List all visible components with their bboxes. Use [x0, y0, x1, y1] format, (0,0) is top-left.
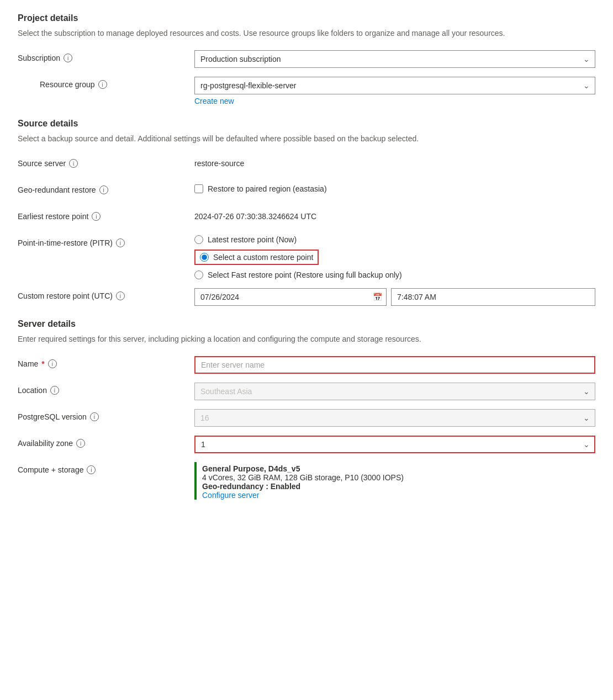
source-details-desc: Select a backup source and detail. Addit… — [18, 133, 595, 145]
pitr-info-icon[interactable]: i — [116, 238, 125, 247]
create-new-link[interactable]: Create new — [194, 97, 234, 105]
compute-title: General Purpose, D4ds_v5 — [202, 464, 404, 473]
source-details-section: Source details Select a backup source an… — [18, 119, 595, 306]
date-input-wrapper: 📅 — [194, 288, 387, 306]
availability-zone-dropdown[interactable]: 1 — [194, 436, 595, 453]
pitr-radio-fast[interactable] — [194, 271, 203, 279]
location-info-icon[interactable]: i — [50, 386, 59, 395]
earliest-restore-label: Earliest restore point i — [18, 209, 194, 221]
geo-redundant-checkbox[interactable] — [194, 184, 203, 193]
server-name-info-icon[interactable]: i — [48, 359, 57, 368]
custom-restore-row: Custom restore point (UTC) i 📅 — [18, 288, 595, 306]
server-name-input[interactable] — [194, 356, 595, 374]
compute-storage-info-icon[interactable]: i — [87, 465, 96, 474]
server-name-row: Name * i — [18, 356, 595, 374]
pitr-option-custom[interactable]: Select a custom restore point — [194, 250, 595, 265]
postgresql-version-row: PostgreSQL version i 16 ⌄ — [18, 409, 595, 427]
geo-redundant-checkbox-label: Restore to paired region (eastasia) — [208, 184, 327, 193]
project-details-section: Project details Select the subscription … — [18, 13, 595, 105]
availability-zone-dropdown-wrapper: 1 ⌄ — [194, 436, 595, 453]
server-details-title: Server details — [18, 319, 595, 329]
server-name-label: Name * i — [18, 356, 194, 368]
availability-zone-label: Availability zone i — [18, 436, 194, 448]
compute-storage-row: Compute + storage i General Purpose, D4d… — [18, 462, 595, 500]
resource-group-label: Resource group i — [18, 77, 194, 89]
location-row: Location i Southeast Asia ⌄ — [18, 383, 595, 400]
project-details-title: Project details — [18, 13, 595, 23]
pitr-label: Point-in-time-restore (PITR) i — [18, 235, 194, 247]
date-time-row: 📅 — [194, 288, 595, 306]
availability-zone-row: Availability zone i 1 ⌄ — [18, 436, 595, 453]
pitr-radio-group: Latest restore point (Now) Select a cust… — [194, 235, 595, 279]
compute-storage-label: Compute + storage i — [18, 462, 194, 474]
location-label: Location i — [18, 383, 194, 395]
subscription-info-icon[interactable]: i — [64, 54, 72, 62]
resource-group-info-icon[interactable]: i — [98, 80, 107, 89]
subscription-label: Subscription i — [18, 50, 194, 62]
project-details-desc: Select the subscription to manage deploy… — [18, 28, 595, 39]
pitr-radio-latest[interactable] — [194, 235, 203, 244]
subscription-row: Subscription i Production subscription ⌄ — [18, 50, 595, 68]
source-server-label: Source server i — [18, 156, 194, 168]
time-input[interactable] — [391, 288, 595, 306]
geo-redundant-info-icon[interactable]: i — [99, 185, 108, 194]
source-server-value: restore-source — [194, 156, 595, 168]
configure-server-link[interactable]: Configure server — [202, 491, 260, 500]
pitr-radio-custom[interactable] — [200, 253, 209, 262]
postgresql-version-dropdown[interactable]: 16 — [194, 409, 595, 427]
custom-restore-label: Custom restore point (UTC) i — [18, 288, 194, 300]
geo-redundant-label: Geo-redundant restore i — [18, 182, 194, 194]
availability-zone-info-icon[interactable]: i — [76, 439, 85, 448]
geo-redundant-row: Geo-redundant restore i Restore to paire… — [18, 182, 595, 200]
server-details-section: Server details Enter required settings f… — [18, 319, 595, 500]
location-dropdown-wrapper: Southeast Asia ⌄ — [194, 383, 595, 400]
location-dropdown[interactable]: Southeast Asia — [194, 383, 595, 400]
subscription-dropdown[interactable]: Production subscription — [194, 50, 595, 68]
postgresql-version-info-icon[interactable]: i — [90, 412, 99, 421]
pitr-option-fast[interactable]: Select Fast restore point (Restore using… — [194, 271, 595, 279]
pitr-custom-selected-box: Select a custom restore point — [194, 250, 319, 265]
custom-restore-info-icon[interactable]: i — [116, 291, 125, 300]
geo-redundant-control: Restore to paired region (eastasia) — [194, 182, 595, 193]
compute-detail: 4 vCores, 32 GiB RAM, 128 GiB storage, P… — [202, 473, 404, 482]
custom-restore-control: 📅 — [194, 288, 595, 306]
pitr-label-latest: Latest restore point (Now) — [208, 235, 297, 244]
date-input[interactable] — [194, 288, 387, 306]
subscription-dropdown-wrapper: Production subscription ⌄ — [194, 50, 595, 68]
pitr-label-fast: Select Fast restore point (Restore using… — [208, 271, 402, 279]
server-name-required: * — [41, 359, 44, 368]
pitr-option-latest[interactable]: Latest restore point (Now) — [194, 235, 595, 244]
postgresql-version-dropdown-wrapper: 16 ⌄ — [194, 409, 595, 427]
resource-group-control: rg-postgresql-flexible-server ⌄ Create n… — [194, 77, 595, 105]
server-details-desc: Enter required settings for this server,… — [18, 333, 595, 345]
pitr-row: Point-in-time-restore (PITR) i Latest re… — [18, 235, 595, 279]
server-name-control — [194, 356, 595, 374]
earliest-restore-row: Earliest restore point i 2024-07-26 07:3… — [18, 209, 595, 226]
pitr-label-custom: Select a custom restore point — [213, 253, 313, 262]
earliest-restore-info-icon[interactable]: i — [92, 212, 101, 221]
compute-info: General Purpose, D4ds_v5 4 vCores, 32 Gi… — [202, 462, 404, 500]
pitr-control: Latest restore point (Now) Select a cust… — [194, 235, 595, 279]
geo-redundant-checkbox-wrapper: Restore to paired region (eastasia) — [194, 182, 595, 193]
resource-group-dropdown[interactable]: rg-postgresql-flexible-server — [194, 77, 595, 94]
compute-geo: Geo-redundancy : Enabled — [202, 482, 404, 491]
compute-row: General Purpose, D4ds_v5 4 vCores, 32 Gi… — [194, 462, 595, 500]
source-server-row: Source server i restore-source — [18, 156, 595, 173]
source-details-title: Source details — [18, 119, 595, 129]
earliest-restore-value: 2024-07-26 07:30:38.3246624 UTC — [194, 209, 595, 221]
compute-green-bar — [194, 462, 197, 500]
source-server-info-icon[interactable]: i — [69, 159, 78, 168]
compute-storage-control: General Purpose, D4ds_v5 4 vCores, 32 Gi… — [194, 462, 595, 500]
resource-group-dropdown-wrapper: rg-postgresql-flexible-server ⌄ — [194, 77, 595, 94]
postgresql-version-label: PostgreSQL version i — [18, 409, 194, 421]
resource-group-row: Resource group i rg-postgresql-flexible-… — [18, 77, 595, 105]
